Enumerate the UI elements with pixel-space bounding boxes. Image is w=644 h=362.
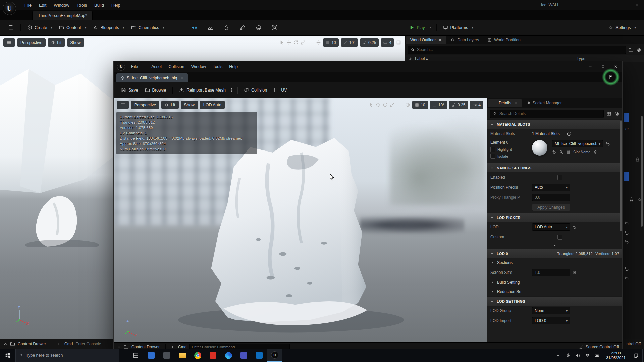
play-button[interactable]: Play (406, 22, 428, 33)
lod-auto-button[interactable]: LOD Auto (200, 101, 225, 109)
tab-data-layers[interactable]: Data Layers (447, 36, 483, 44)
panel-settings-icon[interactable] (637, 197, 642, 202)
isolate-checkbox[interactable] (490, 154, 495, 159)
tray-network-icon[interactable] (585, 353, 590, 358)
content-drawer-button[interactable]: Content Drawer (18, 342, 46, 346)
world-space-icon[interactable] (405, 102, 410, 107)
reimport-button[interactable]: Reimport Base Mesh (176, 85, 229, 96)
audio-mode-icon[interactable] (191, 25, 197, 31)
position-precision-select[interactable]: Auto (532, 184, 570, 191)
tab-world-partition[interactable]: World Partition (484, 36, 524, 44)
outliner-settings-icon[interactable] (636, 47, 641, 52)
move-tool-icon[interactable] (376, 102, 381, 107)
select-tool-icon[interactable] (279, 40, 284, 45)
mesh-browse-button[interactable]: Browse (142, 85, 170, 96)
reset-screen-size-icon[interactable] (572, 270, 576, 275)
details-scrollbar[interactable] (620, 121, 622, 231)
browse-material-icon[interactable] (566, 150, 570, 154)
tab-details[interactable]: Details (488, 99, 522, 107)
mesh-menu-collision[interactable]: Collision (165, 61, 187, 72)
viewport-menu-button[interactable] (3, 38, 15, 47)
mesh-show-button[interactable]: Show (181, 101, 198, 109)
platforms-button[interactable]: Platforms▾ (440, 22, 477, 33)
close-button[interactable] (629, 0, 644, 10)
cinematics-button[interactable]: Cinematics▾ (128, 22, 168, 33)
lod-group-select[interactable]: None (532, 307, 570, 314)
mesh-menu-file[interactable]: File (128, 61, 141, 72)
menu-tools[interactable]: Tools (73, 0, 91, 10)
apply-changes-button[interactable]: Apply Changes (532, 204, 570, 211)
minimize-button[interactable] (600, 0, 614, 10)
mesh-viewport[interactable]: Perspective Lit Show LOD Auto 10 10° 0.2… (114, 98, 487, 342)
outlook-icon[interactable] (252, 349, 267, 362)
move-tool-icon[interactable] (286, 40, 291, 45)
world-space-icon[interactable] (316, 40, 321, 45)
menu-window[interactable]: Window (50, 0, 73, 10)
lock-icon[interactable] (635, 157, 640, 162)
tray-mic-icon[interactable] (566, 353, 571, 358)
taskbar-search[interactable] (15, 349, 119, 362)
delete-slot-icon[interactable] (593, 150, 597, 154)
menu-edit[interactable]: Edit (35, 0, 50, 10)
unreal-logo[interactable]: U (3, 2, 16, 15)
details-tab-close-icon[interactable] (514, 101, 518, 105)
source-control-fragment[interactable]: ntrol Off (627, 342, 641, 346)
build-settings-expander[interactable]: Build Setting (487, 278, 622, 287)
settings-button[interactable]: Settings▾ (605, 22, 639, 33)
details-settings-icon[interactable] (614, 111, 619, 116)
file-explorer-icon[interactable] (174, 349, 190, 362)
new-folder-icon[interactable] (629, 47, 634, 52)
mesh-viewport-menu-button[interactable] (117, 101, 129, 109)
mesh-perspective-button[interactable]: Perspective (131, 101, 159, 109)
mesh-lit-button[interactable]: Lit (161, 101, 178, 109)
mesh-paint-mode-icon[interactable] (239, 25, 246, 31)
scale-tool-icon[interactable] (301, 40, 306, 45)
mesh-menu-asset[interactable]: Asset (148, 61, 165, 72)
menu-build[interactable]: Build (91, 0, 108, 10)
select-tool-icon[interactable] (369, 102, 374, 107)
add-material-slot-icon[interactable] (567, 131, 572, 136)
save-button[interactable] (5, 22, 17, 33)
clock[interactable]: 22:09 31/05/2021 (606, 351, 626, 360)
tray-battery-icon[interactable] (595, 353, 600, 358)
section-material-slots[interactable]: MATERIAL SLOTS (487, 119, 622, 129)
expand-drawer-icon[interactable] (3, 342, 7, 346)
tray-volume-icon[interactable] (575, 353, 580, 358)
scale-snap-control[interactable]: 0.25 (360, 38, 379, 47)
lod-select[interactable]: LOD Auto (532, 223, 570, 231)
show-desktop-button[interactable] (642, 349, 644, 362)
find-material-icon[interactable] (559, 150, 563, 154)
teams-icon[interactable] (236, 349, 252, 362)
rotate-tool-icon[interactable] (383, 102, 388, 107)
nanite-enabled-checkbox[interactable] (557, 175, 562, 180)
screen-size-input[interactable]: 1.0 (532, 269, 570, 276)
rotation-snap-control[interactable]: 10° (341, 38, 358, 47)
material-select[interactable]: MI_Ice_Cliff_veipbcmcb (552, 140, 603, 147)
details-search-input[interactable] (499, 111, 601, 116)
action-center-icon[interactable] (630, 349, 642, 362)
blueprints-button[interactable]: Blueprints▾ (90, 22, 127, 33)
reset-material-icon[interactable] (605, 141, 610, 146)
maximize-button[interactable] (614, 0, 629, 10)
tab-world-outliner[interactable]: World Outliner (406, 36, 446, 44)
outliner-scrollbar[interactable] (641, 116, 643, 227)
visibility-column-icon[interactable] (408, 57, 412, 61)
label-column-header[interactable]: Label ▴ (415, 56, 428, 61)
section-nanite-settings[interactable]: NANITE SETTINGS (487, 163, 622, 172)
mesh-camera-speed-control[interactable]: 4 (470, 101, 483, 109)
modeling-mode-icon[interactable] (256, 25, 262, 31)
tray-expand-icon[interactable] (553, 349, 563, 362)
taskbar-search-input[interactable] (26, 353, 116, 358)
reset-lod-icon[interactable] (572, 225, 576, 229)
mail-app-icon[interactable] (144, 349, 159, 362)
favorites-star-icon[interactable] (629, 197, 634, 202)
cmd-button[interactable]: Cmd (64, 342, 73, 346)
reimport-options-icon[interactable] (229, 87, 234, 93)
section-lod0[interactable]: LOD 0 Triangles: 2,085,812 Vertices: 1,0… (487, 249, 622, 258)
create-button[interactable]: Create▾ (24, 22, 56, 33)
mesh-grid-snap-control[interactable]: 10 (412, 101, 428, 109)
landscape-mode-icon[interactable] (207, 25, 213, 31)
mesh-minimize-button[interactable] (584, 61, 597, 72)
type-column-header[interactable]: Type (577, 56, 585, 61)
menu-help[interactable]: Help (108, 0, 124, 10)
